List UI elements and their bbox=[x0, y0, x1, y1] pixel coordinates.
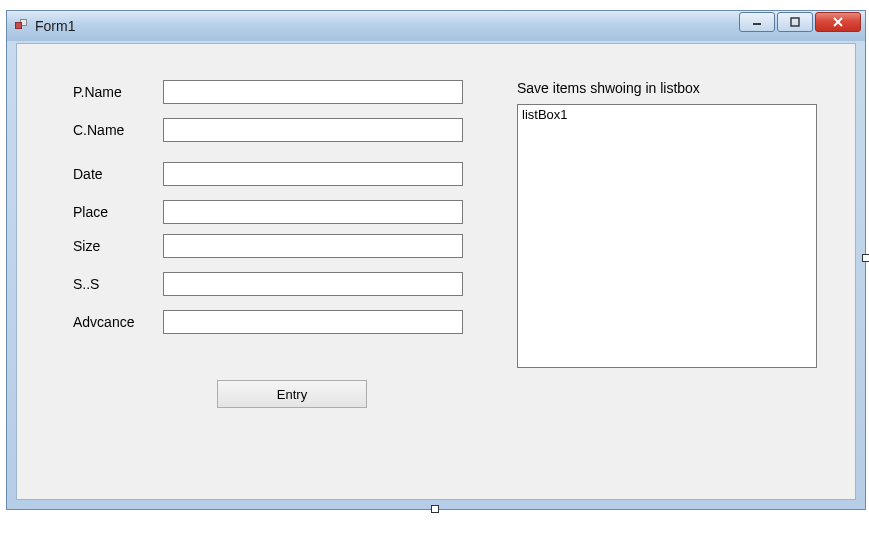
window-title: Form1 bbox=[35, 18, 75, 34]
listbox-item[interactable]: listBox1 bbox=[522, 107, 812, 122]
input-ss[interactable] bbox=[163, 272, 463, 296]
label-size: Size bbox=[73, 238, 163, 254]
label-cname: C.Name bbox=[73, 122, 163, 138]
input-place[interactable] bbox=[163, 200, 463, 224]
input-date[interactable] bbox=[163, 162, 463, 186]
row-ss: S..S bbox=[73, 272, 463, 296]
row-date: Date bbox=[73, 162, 463, 186]
resize-handle-right[interactable] bbox=[862, 254, 869, 262]
label-date: Date bbox=[73, 166, 163, 182]
row-place: Place bbox=[73, 200, 463, 224]
input-size[interactable] bbox=[163, 234, 463, 258]
row-cname: C.Name bbox=[73, 118, 463, 142]
row-advance: Advcance bbox=[73, 310, 463, 334]
entry-button[interactable]: Entry bbox=[217, 380, 367, 408]
maximize-button[interactable] bbox=[777, 12, 813, 32]
label-place: Place bbox=[73, 204, 163, 220]
listbox[interactable]: listBox1 bbox=[517, 104, 817, 368]
close-button[interactable] bbox=[815, 12, 861, 32]
input-cname[interactable] bbox=[163, 118, 463, 142]
window-frame: Form1 P.Name C.Name Date Place bbox=[6, 10, 866, 510]
resize-handle-bottom[interactable] bbox=[431, 505, 439, 513]
row-size: Size bbox=[73, 234, 463, 258]
app-icon bbox=[15, 19, 29, 33]
titlebar: Form1 bbox=[7, 11, 865, 41]
svg-rect-1 bbox=[791, 18, 799, 26]
label-ss: S..S bbox=[73, 276, 163, 292]
label-advance: Advcance bbox=[73, 314, 163, 330]
window-controls bbox=[739, 12, 861, 32]
listbox-caption: Save items shwoing in listbox bbox=[517, 80, 700, 96]
label-pname: P.Name bbox=[73, 84, 163, 100]
input-advance[interactable] bbox=[163, 310, 463, 334]
input-pname[interactable] bbox=[163, 80, 463, 104]
minimize-button[interactable] bbox=[739, 12, 775, 32]
client-area: P.Name C.Name Date Place Size S..S Advca… bbox=[16, 43, 856, 500]
row-pname: P.Name bbox=[73, 80, 463, 104]
